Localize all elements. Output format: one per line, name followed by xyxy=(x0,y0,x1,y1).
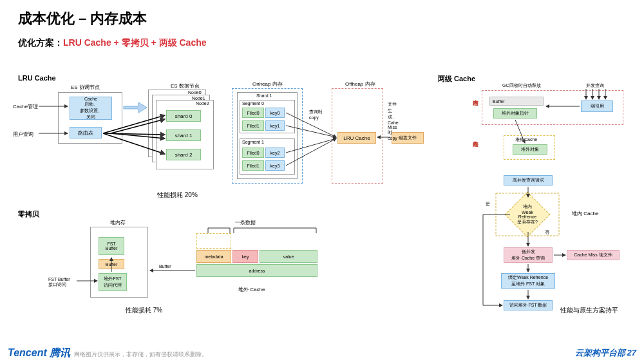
key-box: key xyxy=(232,250,258,263)
seg1-label: Segment 1 xyxy=(242,140,264,144)
page-title: 成本优化 – 内存成本 xyxy=(0,0,644,28)
yes-label: 是 xyxy=(486,201,490,207)
bind-weak-box: 绑定Weak Refrence 至堆外 FST 对象 xyxy=(501,273,555,289)
low-concurrent-box: 低并发 堆外 Cache 查询 xyxy=(504,247,553,263)
filed0-box: Filed0 xyxy=(242,108,264,118)
route-table-box: 路由表 xyxy=(70,127,102,138)
value-box: value xyxy=(260,250,317,263)
subtitle: 优化方案：LRU Cache + 零拷贝 + 两级 Cache xyxy=(0,28,644,54)
diamond-text: 堆内 Weak Refrence 是否存在? xyxy=(513,204,542,225)
key2-box: key2 xyxy=(265,148,285,158)
coord-node-label: ES 协调节点 xyxy=(71,84,100,91)
offheap-label: Offheap 内存 xyxy=(345,81,375,88)
onheap-label: Onheap 内存 xyxy=(252,81,283,88)
metadata-box: metadata xyxy=(196,250,231,263)
heap-out-obj-box: 堆外对象 xyxy=(513,144,547,155)
address-box: address xyxy=(196,264,317,277)
buffer-gray-box: Buffer xyxy=(489,97,544,106)
footer-brand: 云架构平台部 xyxy=(575,348,625,357)
query-copy-label: 查询时 copy xyxy=(309,109,323,120)
buffer-arrow-label: Buffer xyxy=(159,264,171,269)
high-concurrent-box: 高并发查询请求 xyxy=(504,175,553,186)
key3-box: key3 xyxy=(265,160,285,171)
shard1-inner-label: Shard 1 xyxy=(256,93,272,98)
heap-out-ptr-box: 堆外对象指针 xyxy=(493,108,537,119)
page-number: 27 xyxy=(627,348,636,357)
node0-label: Node0 xyxy=(188,90,202,95)
node2-label: Node2 xyxy=(196,101,209,106)
data-node-label: ES 数据节点 xyxy=(171,82,200,90)
weak-ref-box: 弱引用 xyxy=(581,100,613,112)
one-record-label: 一条数据 xyxy=(235,219,256,226)
key0-box: key0 xyxy=(265,108,285,118)
seg0-label: Segment 0 xyxy=(242,101,264,106)
shard0-box: shard 0 xyxy=(166,110,201,122)
filed1-box: Filed1 xyxy=(242,120,264,131)
cache-miss-box: Cache Miss 读文件 xyxy=(567,250,620,260)
tencent-logo: Tencent 腾讯 xyxy=(8,347,70,360)
lru-perf: 性能损耗 20% xyxy=(157,191,198,200)
no-label: 否 xyxy=(545,229,549,236)
heap-out-label: 堆外 Cache xyxy=(238,286,265,293)
shard1-box: shard 1 xyxy=(166,129,201,141)
fst-access-label: FST Buffer 接口访问 xyxy=(48,277,70,288)
filed0b-box: Filed0 xyxy=(242,148,264,158)
gc-release-label: GC回收时自动释放 xyxy=(502,82,541,89)
key1-box: key1 xyxy=(265,120,285,131)
cache-config-box: Cache 启动、 参数设置、 关闭 xyxy=(70,97,112,120)
heap-out-cache-label: 堆外Cache xyxy=(515,137,537,143)
concurrent-query-label: 并发查询 xyxy=(586,82,604,89)
fst-proxy-box: 堆外FST 访问代理 xyxy=(99,273,127,291)
zero-copy-label: 零拷贝 xyxy=(18,209,39,219)
fst-buffer-box: FST Buffer xyxy=(99,237,124,255)
heap-in-label: 堆内存 xyxy=(110,219,126,226)
access-fst-box: 访问堆外 FST 数据 xyxy=(504,300,553,310)
buffer-box: Buffer xyxy=(99,259,124,269)
file-gen-label: 文件生成、 Cahe Miss 时 copy xyxy=(388,101,399,140)
footer-note: 网络图片仅供展示，非存储，如有侵权请联系删除。 xyxy=(74,350,207,359)
heap-in-cache-label: 堆内 Cache xyxy=(572,210,598,217)
footer: Tencent 腾讯 网络图片仅供展示，非存储，如有侵权请联系删除。 云架构平台… xyxy=(0,344,644,362)
two-level-perf: 性能与原生方案持平 xyxy=(560,306,618,315)
zero-copy-perf: 性能损耗 7% xyxy=(126,306,162,315)
cache-mgmt-label: Cache管理 xyxy=(13,103,38,110)
user-query-label: 用户查询 xyxy=(13,131,33,138)
filed1b-box: Filed1 xyxy=(242,160,264,171)
shard2-box: shard 2 xyxy=(166,149,201,160)
lru-cache-box: LRU Cache xyxy=(337,132,376,144)
